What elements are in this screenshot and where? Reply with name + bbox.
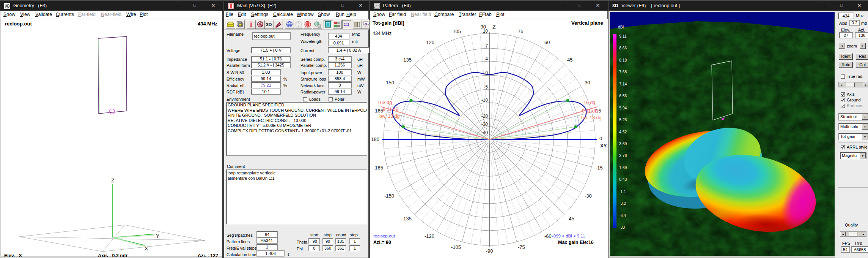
svg-text:75: 75: [518, 28, 523, 34]
svg-text:-15: -15: [596, 165, 603, 171]
svg-text:bw. 18 dg: bw. 18 dg: [379, 114, 400, 119]
svg-text:-165: -165: [373, 165, 383, 171]
svg-text:5.94: 5.94: [619, 106, 627, 110]
svg-text:165: 165: [375, 108, 383, 114]
svg-text:-45: -45: [567, 216, 574, 222]
svg-text:6.56: 6.56: [619, 93, 627, 98]
svg-text:-6.4: -6.4: [619, 213, 626, 218]
svg-text:Z: Z: [492, 24, 496, 30]
svg-text:30: 30: [585, 80, 590, 85]
svg-text:163 dg: 163 dg: [377, 100, 392, 105]
svg-text:-10: -10: [481, 98, 488, 103]
svg-text:16 dg: 16 dg: [583, 100, 595, 105]
svg-text:-30: -30: [481, 122, 488, 127]
svg-text:9.11 dB: 9.11 dB: [582, 108, 598, 114]
svg-text:135: 135: [403, 57, 412, 63]
svg-text:2.76: 2.76: [619, 153, 627, 158]
svg-text:-33: -33: [619, 225, 625, 230]
svg-text:-20: -20: [481, 114, 488, 119]
svg-text:-3.2: -3.2: [619, 201, 626, 206]
svg-text:Y: Y: [156, 233, 160, 239]
svg-text:-105: -105: [451, 244, 461, 250]
svg-text:0: 0: [485, 70, 488, 76]
svg-text:Z: Z: [111, 177, 115, 184]
svg-text:-150: -150: [384, 193, 394, 199]
svg-text:8.18: 8.18: [619, 58, 627, 62]
svg-text:-30: -30: [585, 193, 592, 199]
svg-text:45: 45: [567, 57, 572, 63]
svg-text:105: 105: [453, 28, 461, 34]
svg-text:XY: XY: [600, 143, 607, 149]
svg-text:-5: -5: [484, 84, 488, 90]
svg-text:-1.1: -1.1: [619, 189, 626, 194]
svg-text:10: 10: [483, 28, 488, 34]
svg-text:X: X: [145, 245, 148, 252]
svg-text:60: 60: [544, 40, 550, 45]
svg-text:8.66: 8.66: [619, 46, 627, 50]
svg-text:5.26: 5.26: [619, 117, 627, 122]
svg-text:9.11: 9.11: [619, 34, 627, 38]
svg-text:180: 180: [371, 136, 379, 142]
svg-text:4.52: 4.52: [619, 130, 627, 134]
svg-text:-75: -75: [518, 244, 525, 250]
svg-text:9.11 dB: 9.11 dB: [383, 107, 399, 112]
svg-text:0.43: 0.43: [619, 177, 627, 182]
svg-text:-60: -60: [544, 233, 552, 239]
svg-text:-90: -90: [486, 248, 493, 254]
svg-text:0: 0: [599, 136, 602, 141]
svg-text:4: 4: [485, 56, 488, 62]
svg-text:dBi: dBi: [618, 25, 624, 29]
svg-text:-120: -120: [425, 233, 434, 239]
svg-text:7: 7: [485, 43, 488, 49]
svg-text:7.14: 7.14: [619, 82, 627, 86]
svg-text:7.68: 7.68: [619, 70, 627, 74]
svg-text:-135: -135: [402, 216, 412, 222]
svg-text:-40: -40: [481, 130, 488, 135]
svg-text:1.69: 1.69: [619, 165, 627, 170]
svg-text:120: 120: [426, 40, 434, 45]
svg-text:bw. 18 dg: bw. 18 dg: [581, 115, 602, 120]
svg-text:3.69: 3.69: [619, 141, 627, 146]
svg-text:150: 150: [386, 80, 394, 85]
